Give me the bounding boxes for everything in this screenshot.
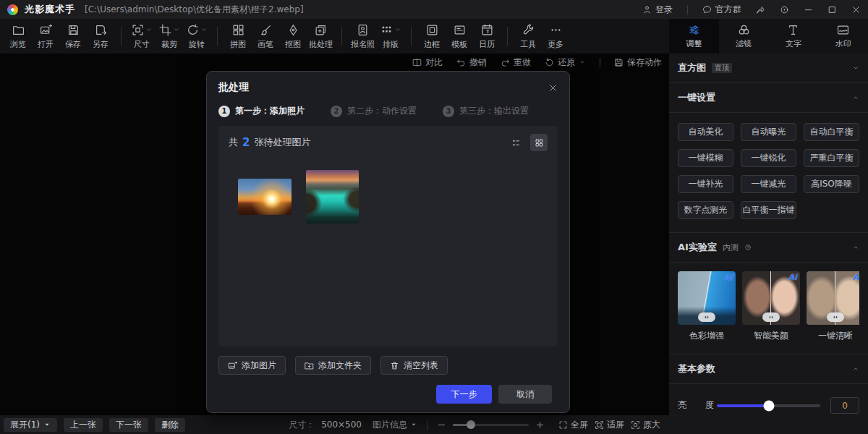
toolbar-item-id-photo[interactable]: 报名照 [349, 23, 377, 50]
toolbar-item-save[interactable]: 保存 [59, 23, 87, 50]
cancel-button[interactable]: 取消 [498, 385, 552, 404]
onekey-button[interactable]: 一键锐化 [741, 149, 796, 167]
layout-icon [380, 24, 393, 36]
brightness-slider[interactable] [717, 404, 820, 407]
onekey-button[interactable]: 严重白平衡 [804, 149, 859, 167]
delete-image-button[interactable]: 删除 [155, 418, 185, 432]
ailab-card-sky[interactable]: Ai色彩增强 [678, 271, 736, 342]
list-view-icon [511, 138, 521, 148]
fit-screen-button[interactable]: 适屏 [595, 419, 624, 431]
fullscreen-button[interactable]: 全屏 [558, 419, 588, 431]
ailab-card-face[interactable]: Ai智能美颜 [742, 271, 800, 342]
undo-button[interactable]: 撤销 [456, 56, 487, 69]
restore-button[interactable]: 还原 [545, 56, 586, 69]
onekey-section-header[interactable]: 一键设置 [678, 83, 859, 112]
toolbar-item-browse[interactable]: 浏览 [4, 23, 32, 50]
grid-view-button[interactable] [530, 134, 548, 151]
tab-filter[interactable]: 滤镜 [719, 19, 769, 54]
section-divider [669, 383, 868, 384]
help-icon[interactable] [744, 244, 752, 251]
toolbar-item-layout[interactable]: 排版 [377, 23, 404, 50]
toolbar-item-collage[interactable]: 拼图 [224, 23, 252, 50]
compare-toggle-icon[interactable] [762, 312, 780, 322]
chevron-down-icon[interactable] [200, 26, 208, 33]
onekey-button[interactable]: 自动曝光 [741, 123, 796, 141]
save-action-button[interactable]: 保存动作 [614, 56, 662, 69]
text-icon [787, 24, 799, 36]
toolbar-item-template[interactable]: 模板 [446, 23, 473, 50]
share-icon[interactable] [756, 5, 765, 14]
prev-image-button[interactable]: 上一张 [64, 418, 103, 432]
brightness-value[interactable]: 0 [830, 397, 859, 414]
settings-icon[interactable] [780, 5, 789, 14]
maximize-button[interactable] [827, 5, 837, 14]
wizard-step-3[interactable]: 3第三步：输出设置 [443, 105, 529, 117]
toolbar-item-wrench[interactable]: 工具 [514, 23, 542, 50]
thumbnail-item[interactable] [305, 170, 359, 224]
onekey-button[interactable]: 一键补光 [678, 175, 733, 193]
compare-toggle-icon[interactable] [827, 312, 844, 322]
toolbar-item-rotate[interactable]: 旋转 [183, 23, 210, 50]
zoom-in-button[interactable] [535, 420, 545, 430]
dialog-close-icon[interactable] [548, 83, 558, 93]
wizard-step-1[interactable]: 1第一步：添加照片 [218, 105, 305, 117]
toolbar-item-crop[interactable]: 裁剪 [156, 23, 183, 50]
toolbar-item-pen[interactable]: 抠图 [279, 23, 307, 50]
folder-add-button[interactable]: 添加文件夹 [295, 356, 371, 375]
tab-watermark[interactable]: 水印 [818, 19, 868, 54]
chevron-down-icon[interactable] [852, 64, 859, 72]
chevron-down-icon[interactable] [145, 26, 153, 33]
toolbar-item-open[interactable]: 打开 [32, 23, 59, 50]
onekey-button[interactable]: 数字点测光 [678, 201, 733, 219]
histogram-section-header[interactable]: 直方图 置顶 [678, 54, 859, 82]
brightness-slider-thumb[interactable] [763, 400, 774, 411]
dialog-action-label: 清空列表 [404, 359, 438, 372]
rotate-icon [187, 24, 199, 36]
toolbar-item-more[interactable]: 更多 [542, 23, 569, 50]
compare-toggle-icon[interactable] [698, 312, 715, 322]
next-step-button[interactable]: 下一步 [436, 385, 492, 404]
chevron-down-icon[interactable] [173, 26, 180, 33]
login-button[interactable]: 登录 [642, 4, 673, 16]
thumbnail-item[interactable] [238, 170, 292, 224]
onekey-button[interactable]: 一键减光 [741, 175, 796, 193]
chevron-up-icon[interactable] [852, 365, 859, 373]
image-info-button[interactable]: 图片信息 [373, 419, 417, 431]
next-image-button[interactable]: 下一张 [109, 418, 148, 432]
chevron-up-icon[interactable] [852, 94, 859, 101]
toolbar-item-batch[interactable]: 批处理 [307, 23, 335, 50]
toolbar-item-resize[interactable]: 尺寸 [128, 23, 156, 50]
wizard-step-2[interactable]: 2第二步：动作设置 [331, 105, 417, 117]
histogram-pin-badge[interactable]: 置顶 [712, 63, 732, 73]
basic-params-section-header[interactable]: 基本参数 [678, 354, 859, 383]
compare-button[interactable]: 对比 [412, 56, 443, 69]
ailab-card-portrait[interactable]: Ai一键清晰 [807, 271, 859, 342]
image-add-button[interactable]: 添加图片 [218, 356, 286, 375]
toolbar-item-save-as[interactable]: 另存 [87, 23, 114, 50]
chevron-up-icon[interactable] [852, 244, 859, 251]
official-group-button[interactable]: 官方群 [702, 4, 741, 16]
zoom-slider[interactable] [453, 424, 529, 426]
onekey-button[interactable]: 自动美化 [678, 123, 733, 141]
onekey-button[interactable]: 自动白平衡 [804, 123, 859, 141]
tab-sliders[interactable]: 调整 [669, 19, 719, 54]
zoom-slider-thumb[interactable] [467, 420, 475, 429]
ailab-section-header[interactable]: AI实验室 内测 [678, 233, 859, 262]
onekey-button[interactable]: 一键模糊 [678, 149, 733, 167]
ailab-card-preview: Ai [807, 271, 859, 325]
close-window-button[interactable] [851, 5, 861, 14]
redo-button[interactable]: 重做 [501, 56, 531, 69]
chevron-down-icon[interactable] [394, 26, 401, 33]
onekey-button[interactable]: 高ISO降噪 [804, 175, 859, 193]
trash-button[interactable]: 清空列表 [380, 356, 448, 375]
actual-size-button[interactable]: 原大 [631, 419, 660, 431]
list-view-button[interactable] [507, 134, 524, 151]
expand-button[interactable]: 展开(1) [4, 418, 57, 432]
onekey-button[interactable]: 白平衡一指键 [741, 201, 796, 219]
zoom-out-button[interactable] [437, 420, 446, 430]
minimize-button[interactable] [804, 5, 813, 14]
toolbar-item-frame[interactable]: 边框 [418, 23, 446, 50]
toolbar-item-calendar[interactable]: 日历 [473, 23, 501, 50]
toolbar-item-brush[interactable]: 画笔 [252, 23, 279, 50]
tab-text[interactable]: 文字 [769, 19, 819, 54]
